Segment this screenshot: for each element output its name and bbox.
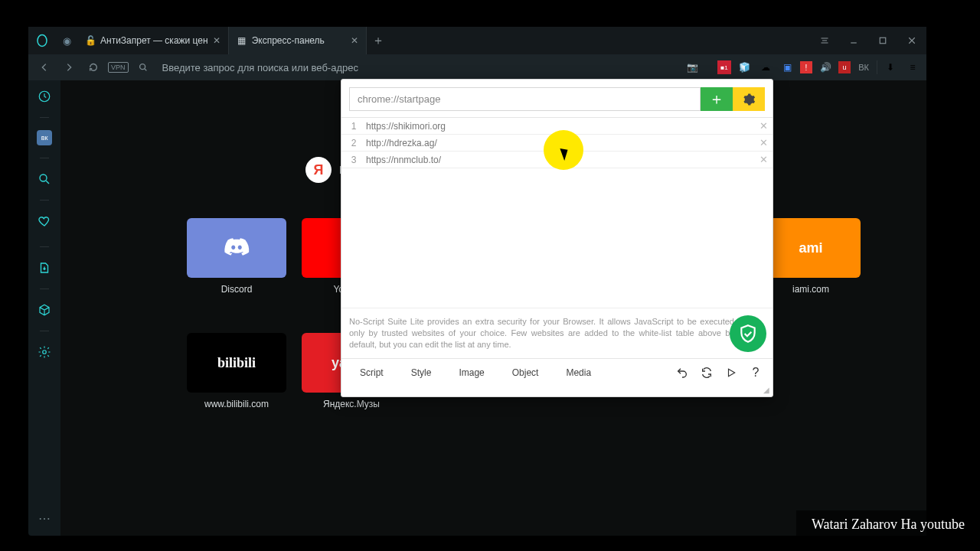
settings-button[interactable] [733, 87, 765, 111]
tab-antizapret[interactable]: 🔓 АнтиЗапрет — скажи цен ✕ [77, 27, 229, 54]
tab-media[interactable]: Media [552, 367, 605, 378]
search-icon[interactable] [133, 57, 153, 77]
dial-okami[interactable]: ami iami.com [761, 218, 861, 295]
tab-script[interactable]: Script [346, 367, 397, 378]
back-button[interactable] [34, 57, 54, 77]
ext-icon-1[interactable]: ■1 [717, 60, 731, 74]
heart-icon[interactable] [36, 213, 53, 230]
search-sidebar-icon[interactable] [36, 171, 53, 187]
play-icon[interactable] [719, 366, 743, 380]
close-icon[interactable]: ✕ [213, 35, 220, 46]
forward-button[interactable] [59, 57, 79, 77]
noscript-popup: ＋ 1 https://shikimori.org ✕ 2 http://hdr… [341, 79, 773, 397]
url-input[interactable] [349, 87, 701, 111]
popup-header: ＋ [341, 80, 773, 117]
camera-icon[interactable]: 📷 [684, 60, 701, 75]
nav-bar: VPN Введите запрос для поиска или веб-ад… [28, 54, 926, 80]
opera-logo-icon[interactable] [28, 27, 56, 54]
undo-icon[interactable] [670, 366, 694, 380]
svg-rect-1 [880, 37, 886, 44]
cube-icon[interactable] [36, 302, 53, 318]
help-icon[interactable]: ? [743, 366, 768, 380]
menu-icon[interactable] [810, 27, 839, 54]
cursor-highlight [544, 130, 583, 170]
tab-title: АнтиЗапрет — скажи цен [100, 35, 208, 46]
svg-point-5 [43, 350, 47, 354]
lock-open-icon: 🔓 [85, 35, 96, 46]
tab-style[interactable]: Style [397, 367, 446, 378]
tab-object[interactable]: Object [498, 367, 553, 378]
minimize-button[interactable] [839, 27, 868, 54]
dial-bilibili[interactable]: bilibili www.bilibili.com [187, 333, 286, 409]
svg-point-2 [139, 64, 145, 70]
close-button[interactable] [897, 27, 926, 54]
add-button[interactable]: ＋ [701, 87, 733, 111]
more-icon[interactable]: ⋯ [36, 510, 53, 527]
ext-icon-3[interactable]: ☁ [757, 60, 774, 75]
shield-check-icon[interactable] [730, 315, 766, 352]
history-icon[interactable] [36, 88, 53, 105]
window-controls [810, 27, 926, 54]
reload-button[interactable] [83, 57, 103, 77]
dial-discord[interactable]: Discord [187, 218, 286, 295]
refresh-icon[interactable] [694, 366, 719, 380]
tab-image[interactable]: Image [445, 367, 498, 378]
remove-icon[interactable]: ✕ [760, 154, 768, 165]
resize-handle-icon[interactable]: ◢ [341, 386, 773, 396]
ext-icon-2[interactable]: 🧊 [736, 60, 753, 75]
watermark: Watari Zaharov На youtube [796, 510, 980, 539]
maximize-button[interactable] [868, 27, 897, 54]
remove-icon[interactable]: ✕ [760, 137, 768, 148]
address-bar[interactable]: Введите запрос для поиска или веб-адрес [158, 62, 679, 73]
ext-icon-7[interactable]: u [838, 61, 851, 73]
ext-icon-vk[interactable]: ВК [855, 60, 872, 75]
vk-icon[interactable]: вк [37, 130, 52, 145]
remove-icon[interactable]: ✕ [760, 120, 768, 132]
downloads-icon[interactable]: ⬇ [882, 60, 899, 75]
title-bar: ◉ 🔓 АнтиЗапрет — скажи цен ✕ ▦ Экспресс-… [28, 27, 926, 54]
vpn-badge[interactable]: VPN [108, 62, 129, 73]
new-tab-button[interactable]: ＋ [367, 27, 390, 54]
popup-description: No-Script Suite Lite provides an extra s… [341, 308, 773, 358]
flow-icon[interactable] [36, 259, 53, 276]
svg-point-4 [40, 174, 47, 181]
discord-titlebar-icon[interactable]: ◉ [56, 35, 77, 47]
tab-strip: 🔓 АнтиЗапрет — скажи цен ✕ ▦ Экспресс-па… [77, 27, 390, 54]
popup-tabs: Script Style Image Object Media ? [341, 358, 773, 386]
gear-icon[interactable] [36, 344, 53, 360]
yandex-logo-icon[interactable]: Я [305, 157, 332, 183]
sidebar: вк ⋯ [28, 80, 60, 536]
easy-setup-icon[interactable]: ≡ [903, 60, 920, 75]
grid-icon: ▦ [237, 35, 247, 46]
svg-point-0 [38, 35, 47, 47]
tab-title: Экспресс-панель [252, 35, 325, 46]
tab-speed-dial[interactable]: ▦ Экспресс-панель ✕ [229, 27, 367, 54]
ext-icon-4[interactable]: ▣ [779, 60, 795, 75]
close-icon[interactable]: ✕ [351, 35, 358, 46]
ext-icon-6[interactable]: 🔊 [817, 60, 834, 75]
ext-icon-5[interactable]: ! [800, 61, 812, 73]
